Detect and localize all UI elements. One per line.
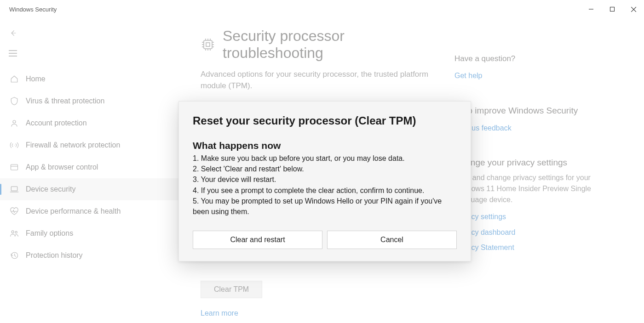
dialog-step: Select 'Clear and restart' below. [193, 164, 457, 174]
svg-rect-1 [610, 7, 615, 11]
clear-and-restart-label: Clear and restart [230, 236, 285, 244]
dialog-step: You may be prompted to set up Windows He… [193, 196, 457, 217]
dialog-steps: Make sure you back up before you start, … [193, 153, 457, 217]
window-controls [581, 2, 644, 17]
cancel-label: Cancel [380, 236, 403, 244]
dialog-step: If you see a prompt to complete the clea… [193, 185, 457, 196]
minimize-button[interactable] [581, 2, 602, 17]
minimize-icon [589, 7, 593, 11]
dialog-step: Your device will restart. [193, 174, 457, 185]
window-title: Windows Security [9, 6, 57, 13]
close-icon [631, 7, 636, 12]
titlebar: Windows Security [0, 0, 644, 18]
dialog-step: Make sure you back up before you start, … [193, 153, 457, 164]
dialog-subtitle: What happens now [193, 140, 457, 151]
cancel-button[interactable]: Cancel [327, 231, 457, 249]
maximize-button[interactable] [602, 2, 623, 17]
maximize-icon [610, 7, 615, 11]
clear-and-restart-button[interactable]: Clear and restart [193, 231, 322, 249]
close-button[interactable] [623, 2, 644, 17]
dialog-title: Reset your security processor (Clear TPM… [193, 114, 457, 127]
reset-tpm-dialog: Reset your security processor (Clear TPM… [178, 101, 471, 261]
